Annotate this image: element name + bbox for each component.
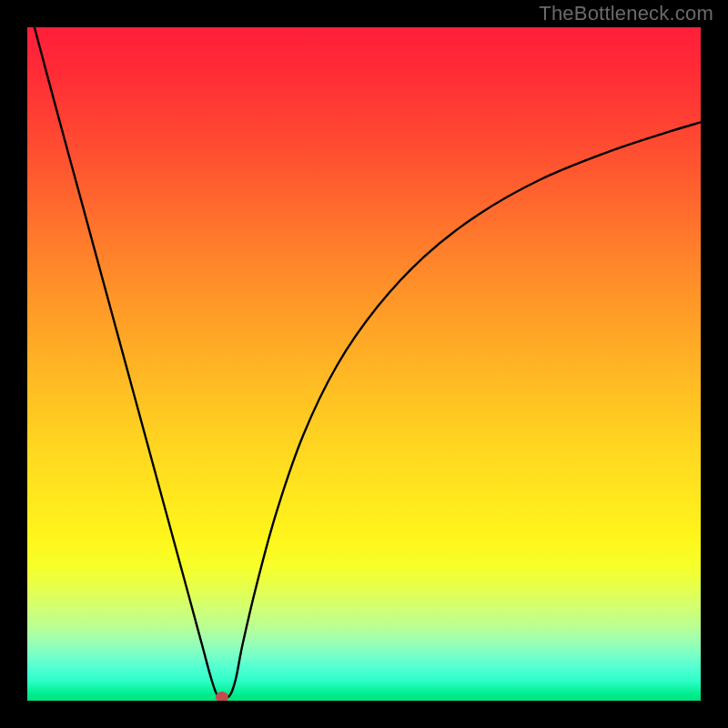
chart-frame: TheBottleneck.com xyxy=(0,0,728,728)
plot-area xyxy=(27,27,701,701)
curve-svg xyxy=(27,27,701,701)
bottleneck-curve xyxy=(27,27,701,699)
watermark-text: TheBottleneck.com xyxy=(539,2,713,25)
minimum-marker xyxy=(216,692,228,701)
